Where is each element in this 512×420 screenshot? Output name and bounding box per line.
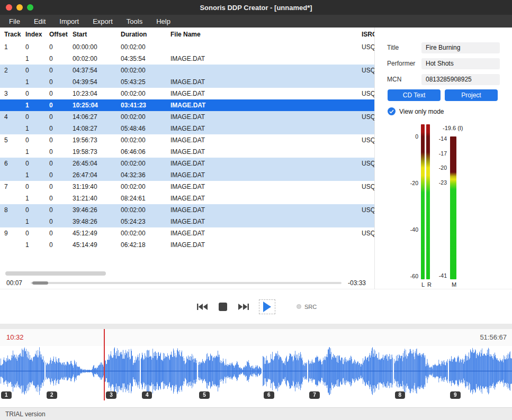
channel-label-r: R bbox=[427, 281, 432, 288]
track-number-badge: 7 bbox=[309, 391, 320, 399]
table-row[interactable]: 1000:02:0004:35:54IMAGE.DAT bbox=[0, 53, 374, 65]
cell-isrc: USQ bbox=[362, 67, 374, 74]
close-icon[interactable] bbox=[6, 4, 12, 11]
lr-scale-tick: 0 bbox=[397, 133, 418, 140]
mcn-field-row: MCN bbox=[387, 74, 500, 85]
panel-buttons: CD Text Project bbox=[388, 89, 498, 101]
cell-start: 26:47:04 bbox=[73, 171, 121, 179]
waveform-track-7[interactable]: 7 bbox=[308, 346, 393, 396]
mcn-input[interactable] bbox=[421, 74, 500, 85]
project-button[interactable]: Project bbox=[445, 89, 498, 101]
table-row[interactable]: 10000:00:0000:02:00USQ bbox=[0, 41, 374, 53]
app-window: Sonoris DDP Creator - [unnamed*] File Ed… bbox=[0, 0, 512, 420]
cell-file: IMAGE.DAT bbox=[170, 148, 362, 156]
waveform-track-3[interactable]: 3 bbox=[105, 346, 140, 396]
cell-offset: 0 bbox=[49, 90, 73, 97]
waveform-track-4[interactable]: 4 bbox=[141, 346, 197, 396]
cell-file: IMAGE.DAT bbox=[170, 136, 362, 144]
seek-slider[interactable] bbox=[31, 282, 342, 284]
table-row[interactable]: 1014:08:2705:48:46IMAGE.DAT bbox=[0, 123, 374, 134]
stop-button[interactable] bbox=[218, 302, 228, 312]
bottom-spacer bbox=[0, 401, 512, 407]
cell-index: 0 bbox=[25, 67, 49, 74]
waveform-track-2[interactable]: 2 bbox=[46, 346, 104, 396]
src-toggle[interactable]: SRC bbox=[297, 304, 317, 310]
table-row[interactable]: 1026:47:0404:32:36IMAGE.DAT bbox=[0, 169, 374, 181]
cell-offset: 0 bbox=[49, 102, 73, 109]
table-row[interactable]: 70031:19:4000:02:00IMAGE.DATUSQ bbox=[0, 181, 374, 193]
play-button[interactable] bbox=[259, 299, 275, 314]
waveform-canvas bbox=[141, 346, 197, 396]
cell-file: IMAGE.DAT bbox=[170, 160, 362, 167]
horizontal-scrollbar[interactable] bbox=[5, 271, 106, 276]
cell-isrc: USQ bbox=[362, 230, 374, 237]
next-track-button[interactable] bbox=[237, 302, 250, 312]
window-title: Sonoris DDP Creator - [unnamed*] bbox=[200, 4, 312, 12]
menu-file[interactable]: File bbox=[2, 16, 27, 27]
waveform-track-8[interactable]: 8 bbox=[394, 346, 448, 396]
waveform-area[interactable]: 123456789 bbox=[0, 346, 512, 396]
cd-text-panel: Title Performer MCN CD Text Project View… bbox=[374, 28, 512, 289]
view-only-mode-checkbox[interactable]: View only mode bbox=[388, 107, 444, 115]
play-icon bbox=[263, 302, 271, 312]
cell-start: 10:23:04 bbox=[73, 90, 121, 97]
menu-export[interactable]: Export bbox=[86, 16, 120, 27]
cell-index: 0 bbox=[25, 230, 49, 237]
waveform-track-5[interactable]: 5 bbox=[198, 346, 262, 396]
cell-offset: 0 bbox=[49, 171, 73, 179]
cell-start: 39:46:26 bbox=[73, 206, 121, 214]
table-row[interactable]: 1039:48:2605:24:23IMAGE.DAT bbox=[0, 216, 374, 227]
performer-input[interactable] bbox=[421, 58, 500, 69]
seek-slider-thumb[interactable] bbox=[32, 281, 48, 285]
table-row[interactable]: 1010:25:0403:41:23IMAGE.DAT bbox=[0, 99, 374, 111]
cell-start: 19:56:73 bbox=[73, 136, 121, 144]
previous-track-button[interactable] bbox=[195, 302, 209, 312]
table-row[interactable]: 40014:06:2700:02:00IMAGE.DATUSQ bbox=[0, 111, 374, 123]
table-row[interactable]: 80039:46:2600:02:00IMAGE.DATUSQ bbox=[0, 204, 374, 216]
cell-start: 31:19:40 bbox=[73, 183, 121, 190]
menu-tools[interactable]: Tools bbox=[120, 16, 149, 27]
table-row[interactable]: 60026:45:0400:02:00IMAGE.DATUSQ bbox=[0, 158, 374, 169]
cell-index: 0 bbox=[25, 90, 49, 97]
waveform-track-9[interactable]: 9 bbox=[449, 346, 512, 396]
cell-offset: 0 bbox=[49, 67, 73, 74]
cell-duration: 06:42:18 bbox=[121, 241, 170, 249]
cell-start: 04:37:54 bbox=[73, 67, 121, 74]
cell-index: 0 bbox=[25, 43, 49, 51]
menu-edit[interactable]: Edit bbox=[27, 16, 52, 27]
cd-text-button[interactable]: CD Text bbox=[388, 89, 441, 101]
title-input[interactable] bbox=[421, 42, 500, 53]
cell-file: IMAGE.DAT bbox=[170, 102, 362, 109]
menu-import[interactable]: Import bbox=[52, 16, 86, 27]
table-row[interactable]: 1004:39:5405:43:25IMAGE.DAT bbox=[0, 76, 374, 88]
m-scale-tick: -20 bbox=[426, 165, 447, 171]
waveform-track-1[interactable]: 1 bbox=[0, 346, 44, 396]
track-number-badge: 2 bbox=[47, 391, 57, 399]
table-row[interactable]: 1045:14:4906:42:18IMAGE.DAT bbox=[0, 239, 374, 251]
cell-start: 31:21:40 bbox=[73, 195, 121, 202]
table-row[interactable]: 20004:37:5400:02:00USQ bbox=[0, 65, 374, 76]
zoom-icon[interactable] bbox=[27, 4, 33, 11]
table-header: Track Index Offset Start Duration File N… bbox=[0, 28, 374, 41]
table-row[interactable]: 90045:12:4900:02:00IMAGE.DATUSQ bbox=[0, 227, 374, 239]
elapsed-time: 00:07 bbox=[6, 279, 28, 287]
table-row[interactable]: 1031:21:4008:24:61IMAGE.DAT bbox=[0, 193, 374, 204]
main-region: Track Index Offset Start Duration File N… bbox=[0, 28, 512, 289]
cell-track: 6 bbox=[4, 160, 25, 167]
cell-duration: 04:32:36 bbox=[121, 171, 170, 179]
table-row[interactable]: 50019:56:7300:02:00IMAGE.DATUSQ bbox=[0, 134, 374, 146]
table-row[interactable]: 30010:23:0400:02:00IMAGE.DATUSQ bbox=[0, 88, 374, 99]
level-meters: -19.6 (I) 0 -20 -40 -60 -14 -17 -20 -23 … bbox=[375, 123, 512, 289]
waveform-track-6[interactable]: 6 bbox=[263, 346, 307, 396]
menu-help[interactable]: Help bbox=[149, 16, 177, 27]
cell-start: 00:02:00 bbox=[73, 55, 121, 62]
waveform-canvas bbox=[105, 346, 140, 396]
cell-offset: 0 bbox=[49, 43, 73, 51]
title-label: Title bbox=[387, 44, 421, 51]
title-field-row: Title bbox=[387, 42, 500, 53]
table-row[interactable]: 1019:58:7306:46:06IMAGE.DAT bbox=[0, 146, 374, 158]
m-scale-tick: -17 bbox=[426, 150, 447, 157]
m-scale-tick: -23 bbox=[426, 179, 447, 186]
minimize-icon[interactable] bbox=[16, 4, 23, 11]
cell-isrc: USQ bbox=[362, 43, 374, 51]
